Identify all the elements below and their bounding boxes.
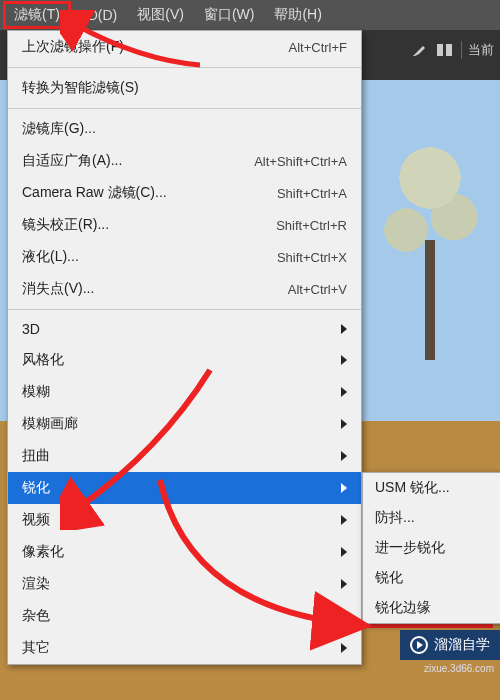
submenu-item-edges[interactable]: 锐化边缘 [363, 593, 500, 623]
submenu-item-sharpen[interactable]: 锐化 [363, 563, 500, 593]
menu-label: 防抖... [375, 509, 489, 527]
sharpen-submenu: USM 锐化... 防抖... 进一步锐化 锐化 锐化边缘 [362, 472, 500, 624]
current-label: 当前 [461, 41, 494, 59]
menu-view[interactable]: 视图(V) [127, 2, 194, 28]
menu-item-distort[interactable]: 扭曲 [8, 440, 361, 472]
menu-label: 锐化 [375, 569, 489, 587]
menu-item-liquify[interactable]: 液化(L)... Shift+Ctrl+X [8, 241, 361, 273]
menu-item-lens[interactable]: 镜头校正(R)... Shift+Ctrl+R [8, 209, 361, 241]
menu-window[interactable]: 窗口(W) [194, 2, 265, 28]
menu-label: 自适应广角(A)... [22, 152, 254, 170]
menu-filter[interactable]: 滤镜(T) [4, 2, 70, 28]
menu-label: Camera Raw 滤镜(C)... [22, 184, 277, 202]
menu-3d[interactable]: 3D(D) [70, 3, 127, 27]
menu-label: 扭曲 [22, 447, 335, 465]
submenu-arrow-icon [341, 643, 347, 653]
menu-label: 滤镜库(G)... [22, 120, 347, 138]
menu-help[interactable]: 帮助(H) [264, 2, 331, 28]
menu-label: 镜头校正(R)... [22, 216, 276, 234]
submenu-arrow-icon [341, 483, 347, 493]
menu-label: 锐化边缘 [375, 599, 489, 617]
menu-label: 模糊 [22, 383, 335, 401]
menu-shortcut: Shift+Ctrl+X [277, 250, 347, 265]
submenu-arrow-icon [341, 547, 347, 557]
menu-shortcut: Alt+Ctrl+F [288, 40, 347, 55]
filter-menu: 上次滤镜操作(F) Alt+Ctrl+F 转换为智能滤镜(S) 滤镜库(G)..… [7, 30, 362, 665]
menu-shortcut: Alt+Ctrl+V [288, 282, 347, 297]
menu-item-blur-gallery[interactable]: 模糊画廊 [8, 408, 361, 440]
watermark-url: zixue.3d66.com [424, 663, 494, 674]
submenu-arrow-icon [341, 611, 347, 621]
menu-item-vanishing[interactable]: 消失点(V)... Alt+Ctrl+V [8, 273, 361, 305]
submenu-arrow-icon [341, 451, 347, 461]
menu-label: 杂色 [22, 607, 335, 625]
brush-icon[interactable] [409, 40, 429, 60]
menu-separator [8, 108, 361, 109]
menu-shortcut: Shift+Ctrl+A [277, 186, 347, 201]
menu-label: 液化(L)... [22, 248, 277, 266]
submenu-arrow-icon [341, 419, 347, 429]
menu-label: 转换为智能滤镜(S) [22, 79, 347, 97]
menu-label: 视频 [22, 511, 335, 529]
menu-item-blur[interactable]: 模糊 [8, 376, 361, 408]
menu-item-render[interactable]: 渲染 [8, 568, 361, 600]
menu-label: 像素化 [22, 543, 335, 561]
menu-separator [8, 67, 361, 68]
menu-separator [8, 309, 361, 310]
submenu-item-shake[interactable]: 防抖... [363, 503, 500, 533]
menu-item-pixelate[interactable]: 像素化 [8, 536, 361, 568]
menu-item-noise[interactable]: 杂色 [8, 600, 361, 632]
submenu-arrow-icon [341, 387, 347, 397]
menu-item-other[interactable]: 其它 [8, 632, 361, 664]
menu-item-sharpen[interactable]: 锐化 [8, 472, 361, 504]
menu-item-last-filter[interactable]: 上次滤镜操作(F) Alt+Ctrl+F [8, 31, 361, 63]
menu-item-gallery[interactable]: 滤镜库(G)... [8, 113, 361, 145]
menu-label: 其它 [22, 639, 335, 657]
menu-shortcut: Shift+Ctrl+R [276, 218, 347, 233]
submenu-item-further[interactable]: 进一步锐化 [363, 533, 500, 563]
submenu-arrow-icon [341, 355, 347, 365]
menu-label: 进一步锐化 [375, 539, 489, 557]
menu-label: USM 锐化... [375, 479, 489, 497]
menu-item-convert-smart[interactable]: 转换为智能滤镜(S) [8, 72, 361, 104]
submenu-item-usm[interactable]: USM 锐化... [363, 473, 500, 503]
svg-rect-1 [446, 44, 452, 56]
menu-label: 渲染 [22, 575, 335, 593]
submenu-arrow-icon [341, 515, 347, 525]
menu-label: 上次滤镜操作(F) [22, 38, 288, 56]
options-bar: 当前 [403, 34, 500, 66]
menu-item-camera-raw[interactable]: Camera Raw 滤镜(C)... Shift+Ctrl+A [8, 177, 361, 209]
menu-item-video[interactable]: 视频 [8, 504, 361, 536]
menu-item-3d[interactable]: 3D [8, 314, 361, 344]
menu-label: 消失点(V)... [22, 280, 288, 298]
menu-label: 3D [22, 321, 335, 337]
menu-label: 风格化 [22, 351, 335, 369]
watermark-badge: 溜溜自学 [400, 630, 500, 660]
menu-label: 锐化 [22, 479, 335, 497]
menubar: 滤镜(T) 3D(D) 视图(V) 窗口(W) 帮助(H) [0, 0, 500, 30]
panel-icon[interactable] [435, 40, 455, 60]
submenu-arrow-icon [341, 324, 347, 334]
submenu-arrow-icon [341, 579, 347, 589]
play-icon [410, 636, 428, 654]
menu-label: 模糊画廊 [22, 415, 335, 433]
menu-shortcut: Alt+Shift+Ctrl+A [254, 154, 347, 169]
svg-rect-0 [437, 44, 443, 56]
menu-item-adaptive[interactable]: 自适应广角(A)... Alt+Shift+Ctrl+A [8, 145, 361, 177]
menu-item-stylize[interactable]: 风格化 [8, 344, 361, 376]
watermark-text: 溜溜自学 [434, 636, 490, 654]
